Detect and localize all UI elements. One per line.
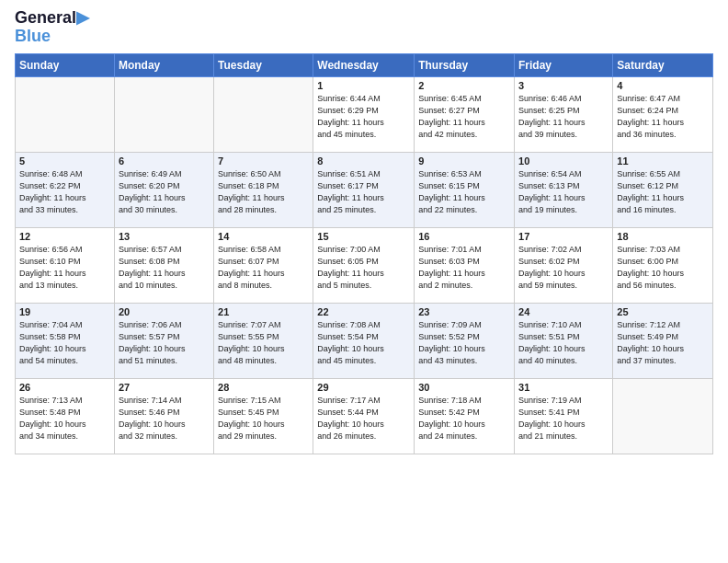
day-number: 3 — [518, 80, 609, 91]
day-info: Sunrise: 7:10 AMSunset: 5:51 PMDaylight:… — [518, 319, 609, 367]
logo-text-blue: Blue — [15, 28, 89, 46]
calendar-table: SundayMondayTuesdayWednesdayThursdayFrid… — [15, 53, 713, 454]
day-info: Sunrise: 7:18 AMSunset: 5:42 PMDaylight:… — [418, 395, 510, 442]
calendar-cell: 2Sunrise: 6:45 AMSunset: 6:27 PMDaylight… — [415, 76, 515, 152]
day-info: Sunrise: 6:54 AMSunset: 6:13 PMDaylight:… — [518, 168, 609, 216]
day-number: 25 — [617, 306, 709, 317]
day-number: 19 — [19, 306, 110, 317]
day-number: 23 — [418, 306, 510, 317]
day-info: Sunrise: 6:48 AMSunset: 6:22 PMDaylight:… — [19, 168, 110, 216]
day-number: 30 — [418, 382, 510, 393]
calendar-cell: 3Sunrise: 6:46 AMSunset: 6:25 PMDaylight… — [515, 76, 613, 152]
calendar-cell: 1Sunrise: 6:44 AMSunset: 6:29 PMDaylight… — [313, 76, 415, 152]
day-info: Sunrise: 6:55 AMSunset: 6:12 PMDaylight:… — [617, 168, 709, 216]
calendar-week-row: 26Sunrise: 7:13 AMSunset: 5:48 PMDayligh… — [16, 378, 713, 454]
day-info: Sunrise: 6:53 AMSunset: 6:15 PMDaylight:… — [418, 168, 510, 216]
day-info: Sunrise: 7:19 AMSunset: 5:41 PMDaylight:… — [518, 395, 609, 442]
calendar-cell: 21Sunrise: 7:07 AMSunset: 5:55 PMDayligh… — [214, 303, 313, 378]
day-number: 5 — [19, 155, 110, 167]
day-info: Sunrise: 6:58 AMSunset: 6:07 PMDaylight:… — [218, 244, 309, 292]
calendar-cell: 16Sunrise: 7:01 AMSunset: 6:03 PMDayligh… — [415, 227, 515, 303]
day-info: Sunrise: 6:57 AMSunset: 6:08 PMDaylight:… — [119, 244, 210, 292]
day-number: 20 — [119, 306, 210, 317]
calendar-cell: 19Sunrise: 7:04 AMSunset: 5:58 PMDayligh… — [16, 303, 115, 378]
day-number: 17 — [518, 231, 609, 242]
calendar-cell: 8Sunrise: 6:51 AMSunset: 6:17 PMDaylight… — [313, 152, 415, 227]
day-info: Sunrise: 6:56 AMSunset: 6:10 PMDaylight:… — [19, 244, 110, 292]
weekday-header: Sunday — [16, 53, 115, 76]
day-info: Sunrise: 7:02 AMSunset: 6:02 PMDaylight:… — [518, 244, 609, 292]
calendar-cell: 20Sunrise: 7:06 AMSunset: 5:57 PMDayligh… — [114, 303, 213, 378]
day-info: Sunrise: 7:08 AMSunset: 5:54 PMDaylight:… — [317, 319, 410, 367]
calendar-header-row: SundayMondayTuesdayWednesdayThursdayFrid… — [16, 53, 713, 76]
calendar-cell: 9Sunrise: 6:53 AMSunset: 6:15 PMDaylight… — [415, 152, 515, 227]
calendar-cell: 29Sunrise: 7:17 AMSunset: 5:44 PMDayligh… — [313, 378, 415, 454]
weekday-header: Tuesday — [214, 53, 313, 76]
day-info: Sunrise: 7:14 AMSunset: 5:46 PMDaylight:… — [119, 395, 210, 442]
calendar-week-row: 1Sunrise: 6:44 AMSunset: 6:29 PMDaylight… — [16, 76, 713, 152]
day-number: 12 — [19, 231, 110, 242]
calendar-cell: 6Sunrise: 6:49 AMSunset: 6:20 PMDaylight… — [114, 152, 213, 227]
day-number: 24 — [518, 306, 609, 317]
weekday-header: Monday — [114, 53, 213, 76]
calendar-cell: 18Sunrise: 7:03 AMSunset: 6:00 PMDayligh… — [613, 227, 713, 303]
day-number: 29 — [317, 382, 410, 393]
day-info: Sunrise: 6:46 AMSunset: 6:25 PMDaylight:… — [518, 93, 609, 141]
calendar-cell: 30Sunrise: 7:18 AMSunset: 5:42 PMDayligh… — [415, 378, 515, 454]
calendar-cell: 17Sunrise: 7:02 AMSunset: 6:02 PMDayligh… — [515, 227, 613, 303]
calendar-cell: 5Sunrise: 6:48 AMSunset: 6:22 PMDaylight… — [16, 152, 115, 227]
day-info: Sunrise: 7:07 AMSunset: 5:55 PMDaylight:… — [218, 319, 309, 367]
calendar-cell: 28Sunrise: 7:15 AMSunset: 5:45 PMDayligh… — [214, 378, 313, 454]
calendar-cell: 14Sunrise: 6:58 AMSunset: 6:07 PMDayligh… — [214, 227, 313, 303]
weekday-header: Friday — [515, 53, 613, 76]
day-info: Sunrise: 7:15 AMSunset: 5:45 PMDaylight:… — [218, 395, 309, 442]
day-info: Sunrise: 7:01 AMSunset: 6:03 PMDaylight:… — [418, 244, 510, 292]
calendar-cell: 12Sunrise: 6:56 AMSunset: 6:10 PMDayligh… — [16, 227, 115, 303]
day-number: 11 — [617, 155, 709, 167]
calendar-cell: 13Sunrise: 6:57 AMSunset: 6:08 PMDayligh… — [114, 227, 213, 303]
day-number: 13 — [119, 231, 210, 242]
page-container: General▶ Blue SundayMondayTuesdayWednesd… — [0, 0, 728, 464]
weekday-header: Thursday — [415, 53, 515, 76]
calendar-cell: 7Sunrise: 6:50 AMSunset: 6:18 PMDaylight… — [214, 152, 313, 227]
day-number: 15 — [317, 231, 410, 242]
calendar-cell: 31Sunrise: 7:19 AMSunset: 5:41 PMDayligh… — [515, 378, 613, 454]
day-info: Sunrise: 7:03 AMSunset: 6:00 PMDaylight:… — [617, 244, 709, 292]
calendar-cell: 27Sunrise: 7:14 AMSunset: 5:46 PMDayligh… — [114, 378, 213, 454]
day-number: 26 — [19, 382, 110, 393]
day-info: Sunrise: 7:09 AMSunset: 5:52 PMDaylight:… — [418, 319, 510, 367]
calendar-week-row: 12Sunrise: 6:56 AMSunset: 6:10 PMDayligh… — [16, 227, 713, 303]
day-number: 10 — [518, 155, 609, 167]
logo-text: General▶ — [15, 9, 89, 28]
day-number: 28 — [218, 382, 309, 393]
day-info: Sunrise: 6:51 AMSunset: 6:17 PMDaylight:… — [317, 168, 410, 216]
page-header: General▶ Blue — [15, 9, 713, 46]
calendar-week-row: 19Sunrise: 7:04 AMSunset: 5:58 PMDayligh… — [16, 303, 713, 378]
day-number: 22 — [317, 306, 410, 317]
calendar-cell: 4Sunrise: 6:47 AMSunset: 6:24 PMDaylight… — [613, 76, 713, 152]
day-info: Sunrise: 6:49 AMSunset: 6:20 PMDaylight:… — [119, 168, 210, 216]
day-number: 7 — [218, 155, 309, 167]
calendar-cell — [16, 76, 115, 152]
logo: General▶ Blue — [15, 9, 89, 46]
day-number: 31 — [518, 382, 609, 393]
calendar-cell: 24Sunrise: 7:10 AMSunset: 5:51 PMDayligh… — [515, 303, 613, 378]
calendar-cell — [114, 76, 213, 152]
day-info: Sunrise: 7:00 AMSunset: 6:05 PMDaylight:… — [317, 244, 410, 292]
weekday-header: Saturday — [613, 53, 713, 76]
day-info: Sunrise: 7:06 AMSunset: 5:57 PMDaylight:… — [119, 319, 210, 367]
calendar-cell — [214, 76, 313, 152]
day-number: 21 — [218, 306, 309, 317]
calendar-cell: 22Sunrise: 7:08 AMSunset: 5:54 PMDayligh… — [313, 303, 415, 378]
calendar-cell: 10Sunrise: 6:54 AMSunset: 6:13 PMDayligh… — [515, 152, 613, 227]
day-info: Sunrise: 7:04 AMSunset: 5:58 PMDaylight:… — [19, 319, 110, 367]
day-info: Sunrise: 7:13 AMSunset: 5:48 PMDaylight:… — [19, 395, 110, 442]
calendar-cell — [613, 378, 713, 454]
day-info: Sunrise: 6:44 AMSunset: 6:29 PMDaylight:… — [317, 93, 410, 141]
day-number: 27 — [119, 382, 210, 393]
calendar-cell: 25Sunrise: 7:12 AMSunset: 5:49 PMDayligh… — [613, 303, 713, 378]
day-number: 16 — [418, 231, 510, 242]
day-number: 1 — [317, 80, 410, 91]
calendar-week-row: 5Sunrise: 6:48 AMSunset: 6:22 PMDaylight… — [16, 152, 713, 227]
day-number: 2 — [418, 80, 510, 91]
